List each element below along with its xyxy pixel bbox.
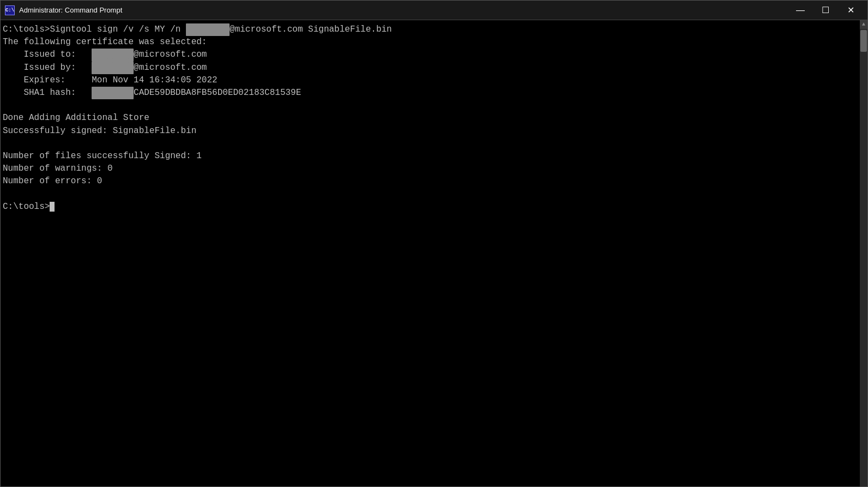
issued-to-label: Issued to: [3, 50, 92, 59]
terminal-line: Number of files successfully Signed: 1 [3, 150, 865, 163]
terminal-line: SHA1 hash: ████████CADE59DBDBA8FB56D0ED0… [3, 87, 865, 99]
redacted-issued-by: ████████ [92, 62, 134, 74]
terminal-line [3, 137, 865, 150]
redacted-sha1: ████████ [92, 87, 134, 99]
title-bar-left: C:\ Administrator: Command Prompt [5, 5, 122, 15]
expires-value: Mon Nov 14 16:34:05 2022 [92, 75, 217, 85]
terminal-line: Successfully signed: SignableFile.bin [3, 125, 865, 137]
title-bar: C:\ Administrator: Command Prompt — ☐ ✕ [1, 1, 867, 20]
terminal-line: Done Adding Additional Store [3, 112, 865, 124]
scroll-up-arrow[interactable]: ▲ [860, 20, 867, 29]
issued-by-domain: @microsoft.com [134, 63, 207, 73]
sha1-value: CADE59DBDBA8FB56D0ED02183C81539E [134, 88, 301, 98]
cursor [50, 202, 55, 212]
num-files-text: Number of files successfully Signed: 1 [3, 151, 202, 161]
terminal-prompt-line: C:\tools> [3, 201, 865, 213]
sha1-label: SHA1 hash: [3, 88, 92, 98]
title-bar-controls: — ☐ ✕ [788, 1, 863, 20]
scrollbar-thumb[interactable] [860, 30, 867, 52]
terminal-line: Expires: Mon Nov 14 16:34:05 2022 [3, 74, 865, 87]
terminal-line: Issued to: ████████@microsoft.com [3, 49, 865, 61]
terminal-line: Number of errors: 0 [3, 175, 865, 188]
redacted-email-cmd: ████████ [186, 23, 230, 36]
terminal-body[interactable]: C:\tools>Signtool sign /v /s MY /n █████… [1, 20, 867, 486]
minimize-button[interactable]: — [788, 1, 813, 20]
terminal-line: C:\tools>Signtool sign /v /s MY /n █████… [3, 23, 865, 36]
cert-header-text: The following certificate was selected: [3, 37, 207, 47]
window-title: Administrator: Command Prompt [19, 6, 122, 14]
maximize-button[interactable]: ☐ [813, 1, 838, 20]
successfully-signed-text: Successfully signed: SignableFile.bin [3, 126, 196, 136]
issued-to-domain: @microsoft.com [134, 50, 207, 59]
done-adding-text: Done Adding Additional Store [3, 113, 149, 123]
terminal-line: Issued by: ████████@microsoft.com [3, 62, 865, 74]
cmd-suffix: @microsoft.com SignableFile.bin [230, 25, 392, 34]
terminal-line [3, 99, 865, 112]
prompt-text: C:\tools> [3, 202, 50, 212]
expires-label: Expires: [3, 75, 92, 85]
redacted-issued-to: ████████ [92, 49, 134, 61]
terminal-line: Number of warnings: 0 [3, 163, 865, 175]
cmd-prefix: C:\tools>Signtool sign /v /s MY /n [3, 25, 186, 34]
issued-by-label: Issued by: [3, 63, 92, 73]
terminal-line [3, 188, 865, 200]
cmd-icon: C:\ [5, 5, 15, 15]
scrollbar[interactable]: ▲ [860, 20, 867, 486]
close-button[interactable]: ✕ [838, 1, 863, 20]
cmd-window: C:\ Administrator: Command Prompt — ☐ ✕ … [0, 0, 868, 487]
num-errors-text: Number of errors: 0 [3, 176, 102, 186]
terminal-line: The following certificate was selected: [3, 36, 865, 49]
num-warnings-text: Number of warnings: 0 [3, 164, 113, 173]
